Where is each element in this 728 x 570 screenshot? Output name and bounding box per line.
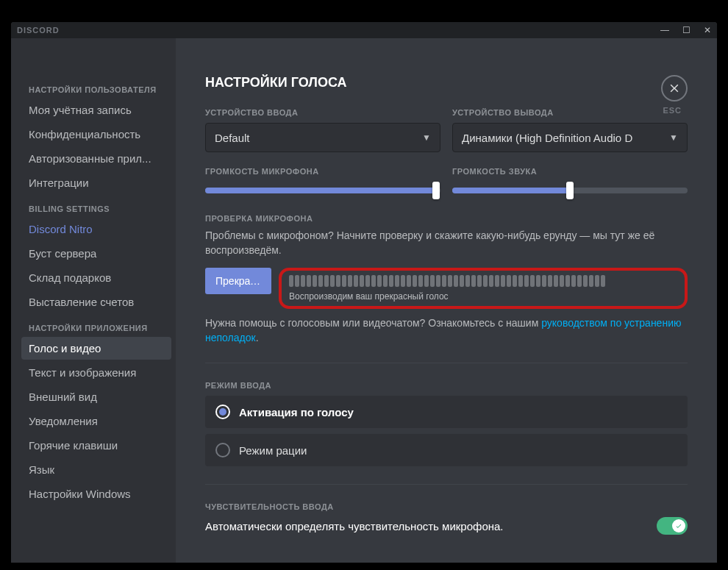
esc-label: ESC [663, 106, 682, 115]
output-volume-label: ГРОМКОСТЬ ЗВУКА [452, 167, 688, 176]
sidebar-item-voice-video[interactable]: Голос и видео [21, 337, 171, 360]
input-device-value: Default [215, 132, 250, 144]
sidebar-item-windows[interactable]: Настройки Windows [21, 482, 171, 505]
input-mode-push-to-talk[interactable]: Режим рации [205, 434, 688, 466]
page-title: НАСТРОЙКИ ГОЛОСА [205, 75, 688, 90]
sidebar-item-billing[interactable]: Выставление счетов [21, 291, 171, 313]
titlebar: DISCORD — ☐ ✕ [11, 22, 717, 38]
minimize-button[interactable]: — [660, 25, 669, 35]
close-window-button[interactable]: ✕ [704, 25, 711, 35]
radio-icon [215, 405, 230, 419]
maximize-button[interactable]: ☐ [682, 25, 690, 35]
sidebar-item-appearance[interactable]: Внешний вид [21, 385, 171, 408]
mic-vu-meter [289, 275, 677, 287]
sensitivity-auto-label: Автоматически определять чувствительност… [205, 520, 504, 532]
input-device-select[interactable]: Default ▼ [205, 123, 440, 152]
sidebar-item-auth-apps[interactable]: Авторизованные прил... [21, 147, 171, 170]
chevron-down-icon: ▼ [422, 132, 431, 143]
mic-test-caption: Воспроизводим ваш прекрасный голос [289, 291, 677, 302]
settings-content: ESC НАСТРОЙКИ ГОЛОСА УСТРОЙСТВО ВВОДА De… [176, 38, 717, 563]
mic-test-stop-button[interactable]: Прекратит... [205, 268, 271, 294]
sidebar-item-account[interactable]: Моя учётная запись [21, 99, 171, 121]
mic-volume-label: ГРОМКОСТЬ МИКРОФОНА [205, 167, 440, 176]
sidebar-item-hotkeys[interactable]: Горячие клавиши [21, 434, 171, 457]
input-mode-voice-activity[interactable]: Активация по голосу [205, 396, 688, 428]
sidebar-item-gifts[interactable]: Склад подарков [21, 266, 171, 289]
sidebar-item-nitro[interactable]: Discord Nitro [21, 218, 171, 241]
help-text: Нужна помощь с голосовым или видеочатом?… [205, 316, 688, 345]
mic-test-label: ПРОВЕРКА МИКРОФОНА [205, 214, 688, 223]
divider [205, 484, 688, 485]
mic-test-highlight: Воспроизводим ваш прекрасный голос [279, 268, 688, 309]
input-mode-label: РЕЖИМ ВВОДА [205, 381, 688, 390]
mic-test-desc: Проблемы с микрофоном? Начните проверку … [205, 229, 688, 257]
divider [205, 363, 688, 363]
sidebar-header-user: НАСТРОЙКИ ПОЛЬЗОВАТЕЛЯ [21, 81, 171, 99]
sidebar-header-billing: BILLING SETTINGS [21, 200, 171, 218]
sensitivity-label: ЧУВСТВИТЕЛЬНОСТЬ ВВОДА [205, 502, 688, 511]
sidebar-item-integrations[interactable]: Интеграции [21, 171, 171, 194]
radio-icon [215, 443, 230, 457]
radio-label: Режим рации [239, 444, 307, 457]
sidebar-item-notifications[interactable]: Уведомления [21, 410, 171, 432]
radio-label: Активация по голосу [239, 406, 354, 418]
sidebar-item-text-images[interactable]: Текст и изображения [21, 361, 171, 384]
sidebar-item-language[interactable]: Язык [21, 458, 171, 481]
check-icon [675, 522, 682, 530]
sidebar-item-boost[interactable]: Буст сервера [21, 242, 171, 265]
output-device-select[interactable]: Динамики (High Definition Audio D ▼ [452, 123, 688, 152]
app-window: DISCORD — ☐ ✕ НАСТРОЙКИ ПОЛЬЗОВАТЕЛЯ Моя… [11, 22, 717, 563]
settings-sidebar: НАСТРОЙКИ ПОЛЬЗОВАТЕЛЯ Моя учётная запис… [11, 38, 176, 563]
close-settings-button[interactable] [661, 75, 688, 101]
mic-volume-slider[interactable] [205, 182, 440, 199]
sidebar-header-app: НАСТРОЙКИ ПРИЛОЖЕНИЯ [21, 319, 171, 337]
app-title: DISCORD [17, 26, 60, 35]
output-volume-slider[interactable] [452, 182, 688, 199]
chevron-down-icon: ▼ [669, 132, 678, 143]
output-device-value: Динамики (High Definition Audio D [462, 132, 632, 144]
output-device-label: УСТРОЙСТВО ВЫВОДА [452, 108, 688, 117]
close-icon [668, 82, 680, 94]
sidebar-item-privacy[interactable]: Конфиденциальность [21, 123, 171, 146]
input-device-label: УСТРОЙСТВО ВВОДА [205, 108, 440, 117]
sensitivity-auto-toggle[interactable] [657, 517, 688, 535]
